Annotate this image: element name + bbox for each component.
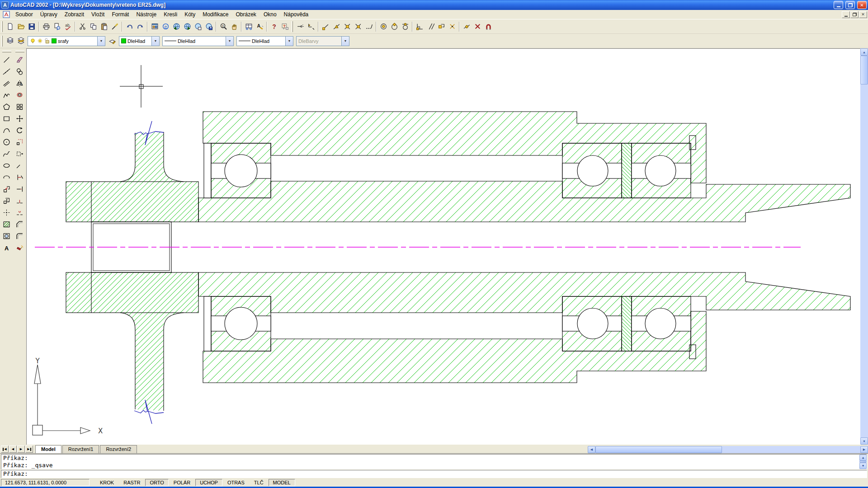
multiline-button[interactable] [1,77,13,89]
menu-kresli[interactable]: Kresli [160,10,181,19]
multiline-text-button[interactable]: A [1,242,13,253]
pan-realtime-button[interactable] [229,21,240,32]
horizontal-scroll-track[interactable] [722,446,860,453]
horizontal-scroll-thumb[interactable] [595,446,722,453]
stretch-button[interactable] [14,148,26,160]
tab-prev-button[interactable]: ◀ [9,446,17,453]
minimize-button[interactable] [834,1,843,9]
menu-upravy[interactable]: Úpravy [37,10,61,19]
menu-vlozit[interactable]: Vložit [88,10,108,19]
snap-midpoint-button[interactable] [331,21,342,32]
draw-toolbar-grip[interactable] [2,51,11,52]
undo-button[interactable] [124,21,135,32]
toggle-rastr[interactable]: RASTR [119,479,145,486]
snap-extension-button[interactable] [363,21,374,32]
plot-preview-button[interactable] [52,21,62,32]
doc-close-button[interactable]: ✕ [859,11,867,18]
scale-button[interactable] [14,136,26,148]
line-button[interactable] [1,54,13,66]
command-scroll-down-icon[interactable]: ▼ [859,463,867,469]
layer-states-button[interactable] [15,36,26,47]
point-button[interactable] [1,206,13,218]
insert-block-button[interactable] [1,183,13,195]
toggle-polar[interactable]: POLÁR [169,479,195,486]
snap-nearest-button[interactable] [461,21,472,32]
toolbar-grip[interactable] [292,21,293,32]
active-assistance-button[interactable]: ? [279,21,290,32]
command-scrollbar[interactable]: ▲ ▼ [859,455,867,469]
command-history[interactable]: Příkaz:Příkaz: _qsave ▲ ▼ [1,454,867,469]
toggle-otras[interactable]: OTRAS [223,479,249,486]
web-save-button[interactable] [203,21,214,32]
web-forward-button[interactable] [182,21,193,32]
scroll-down-icon[interactable]: ▼ [860,437,868,445]
toolbar-grip[interactable] [1,21,3,32]
make-object-layer-current-button[interactable] [107,36,118,47]
construction-line-button[interactable] [1,66,13,77]
offset-button[interactable] [14,89,26,101]
polyline-button[interactable] [1,89,13,101]
linetype-combo[interactable]: DleHlad ▼ [162,36,234,46]
tab-first-button[interactable]: ◀ [1,446,9,453]
scroll-right-icon[interactable]: ▶ [860,446,868,453]
osnap-settings-button[interactable] [483,21,494,32]
menu-format[interactable]: Formát [108,10,132,19]
lengthen-button[interactable] [14,160,26,171]
doc-minimize-button[interactable] [842,11,850,18]
web-browse-button[interactable] [193,21,203,32]
command-scroll-up-icon[interactable]: ▲ [859,455,867,461]
paste-button[interactable] [99,21,109,32]
new-file-button[interactable] [5,21,15,32]
zoom-realtime-button[interactable]: ± [218,21,229,32]
snap-insert-button[interactable] [436,21,447,32]
ellipse-button[interactable] [1,160,13,171]
break-button[interactable] [14,206,26,218]
find-replace-button[interactable]: A [254,21,265,32]
toggle-orto[interactable]: ORTO [145,479,168,486]
dbconnect-button[interactable] [243,21,254,32]
redo-button[interactable] [135,21,146,32]
toolbar-grip[interactable] [1,36,3,47]
doc-restore-button[interactable] [850,11,859,18]
menu-okno[interactable]: Okno [260,10,280,19]
arc-button[interactable] [1,124,13,136]
menu-soubor[interactable]: Soubor [12,10,37,19]
web-browser-button[interactable]: e [160,21,171,32]
array-button[interactable] [14,101,26,113]
break-at-point-button[interactable] [14,195,26,206]
plot-button[interactable] [41,21,52,32]
spline-button[interactable] [1,148,13,160]
snap-intersection-button[interactable] [342,21,353,32]
vertical-scroll-thumb[interactable] [860,56,868,84]
ellipse-arc-button[interactable] [1,171,13,183]
snap-parallel-button[interactable] [425,21,436,32]
circle-button[interactable] [1,136,13,148]
tab-last-button[interactable]: ▶ [25,446,33,453]
toggle-krok[interactable]: KROK [95,479,118,486]
rectangle-button[interactable] [1,113,13,124]
layers-manager-button[interactable] [5,36,15,47]
drawing-canvas[interactable]: Y X [26,48,860,445]
region-button[interactable] [1,230,13,242]
scroll-up-icon[interactable]: ▲ [860,48,868,56]
color-combo[interactable]: DleHlad ▼ [119,36,160,46]
layer-combo-arrow-icon[interactable]: ▼ [97,37,105,46]
make-block-button[interactable] [1,195,13,206]
mirror-button[interactable] [14,77,26,89]
toggle-uchop[interactable]: UCHOP [195,479,222,486]
vertical-scrollbar[interactable]: ▲ ▼ [860,48,868,445]
layer-combo[interactable]: srafy ▼ [28,36,105,46]
restore-button[interactable] [845,1,855,9]
help-button[interactable]: ? [269,21,279,32]
move-button[interactable] [14,113,26,124]
modify-toolbar-grip[interactable] [15,51,24,52]
toggle-model[interactable]: MODEL [269,479,295,486]
tab-rozvrzeni2[interactable]: Rozvržení2 [100,445,137,453]
designcenter-button[interactable] [149,21,160,32]
snap-quadrant-button[interactable] [389,21,400,32]
fillet-button[interactable] [14,230,26,242]
snap-from-button[interactable] [306,21,316,32]
menu-koty[interactable]: Kóty [181,10,199,19]
polygon-button[interactable] [1,101,13,113]
spelling-button[interactable]: ab [62,21,73,32]
